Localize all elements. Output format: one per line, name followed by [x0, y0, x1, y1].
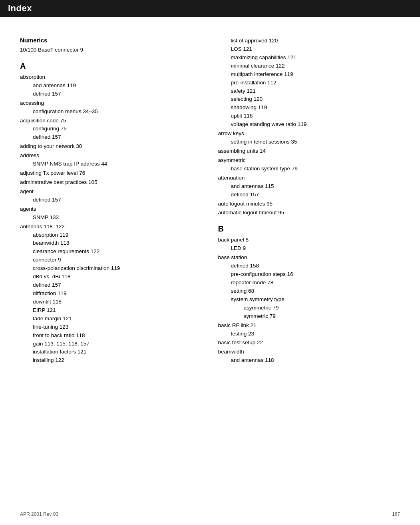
list-item: LED 9	[218, 244, 400, 253]
right-continued-entries: list of approved 120 LOS 121 maximizing …	[218, 37, 400, 217]
footer-right: 167	[392, 511, 400, 517]
list-item: minimal clearance 122	[218, 62, 400, 70]
list-item: safety 121	[218, 87, 400, 96]
list-item: base station system type 79	[218, 165, 400, 173]
list-item: symmetric 79	[218, 312, 400, 321]
list-item: arrow keys	[218, 130, 400, 138]
list-item: EIRP 121	[20, 306, 202, 315]
list-item: beamwidth	[218, 348, 400, 356]
footer-left: APR 2001 Rev 03	[20, 511, 58, 517]
numerics-entries: 10/100 BaseT connector 9	[20, 46, 202, 54]
list-item: connector 9	[20, 256, 202, 264]
list-item: SNMP 133	[20, 214, 202, 222]
section-a-label: A	[20, 62, 202, 71]
list-item: back panel 8	[218, 236, 400, 244]
list-item: agent	[20, 188, 202, 196]
list-item: front to back ratio 118	[20, 331, 202, 340]
list-item: diffraction 119	[20, 289, 202, 298]
list-item: agents	[20, 205, 202, 214]
list-item: cross-polarization discrimination 119	[20, 264, 202, 273]
list-item: defined 157	[20, 133, 202, 142]
list-item: shadowing 119	[218, 104, 400, 112]
page-content: Numerics 10/100 BaseT connector 9 A abso…	[0, 17, 420, 389]
list-item: repeater mode 78	[218, 279, 400, 287]
list-item: testing 23	[218, 330, 400, 338]
section-b-entries: back panel 8 LED 9 base station defined …	[218, 236, 400, 365]
list-item: automatic logout timeout 95	[218, 209, 400, 217]
list-item: pre-installation 112	[218, 79, 400, 87]
list-item: clearance requirements 122	[20, 248, 202, 256]
list-item: SNMP NMS trap IP address 44	[20, 160, 202, 168]
list-item: defined 157	[20, 90, 202, 98]
list-item: and antennas 115	[218, 182, 400, 191]
section-a-entries: absorption and antennas 119 defined 157 …	[20, 73, 202, 365]
list-item: asymmetric	[218, 156, 400, 165]
list-item: defined 157	[218, 191, 400, 199]
list-item: adjusting Tx power level 76	[20, 169, 202, 178]
list-item: multipath interference 119	[218, 70, 400, 79]
list-item: basic test setup 22	[218, 339, 400, 347]
list-item: base station	[218, 254, 400, 262]
list-item: auto logout minutes 95	[218, 200, 400, 208]
list-item: selecting 120	[218, 95, 400, 104]
index-columns: Numerics 10/100 BaseT connector 9 A abso…	[20, 37, 400, 365]
list-item: uptilt 118	[218, 112, 400, 120]
list-item: voltage standing wave ratio 119	[218, 120, 400, 129]
list-item: absorption 119	[20, 231, 202, 240]
list-item: and antennas 119	[20, 82, 202, 90]
section-numerics-label: Numerics	[20, 37, 202, 44]
list-item: adding to your network 30	[20, 142, 202, 151]
list-item: configuring 75	[20, 125, 202, 133]
list-item: acquisition code 75	[20, 117, 202, 125]
list-item: attenuation	[218, 174, 400, 182]
list-item: defined 157	[20, 196, 202, 204]
list-item: accessing	[20, 99, 202, 108]
list-item: defined 157	[20, 281, 202, 289]
list-item: fade margin 121	[20, 315, 202, 323]
list-item: 10/100 BaseT connector 9	[20, 46, 202, 54]
list-item: and antennas 118	[218, 356, 400, 365]
header-title: Index	[8, 3, 32, 13]
list-item: setting 68	[218, 287, 400, 295]
list-item: LOS 121	[218, 45, 400, 54]
list-item: antennas 118–122	[20, 223, 202, 231]
list-item: gain 113, 115, 118, 157	[20, 340, 202, 348]
list-item: setting in telnet sessions 35	[218, 138, 400, 146]
list-item: installation factors 121	[20, 348, 202, 356]
list-item: system symmetry type	[218, 295, 400, 304]
list-item: dBd vs. dBi 118	[20, 273, 202, 281]
list-item: downtilt 118	[20, 298, 202, 306]
list-item: pre-configuration steps 16	[218, 270, 400, 279]
list-item: absorption	[20, 73, 202, 82]
list-item: maximizing capabilities 121	[218, 54, 400, 62]
list-item: installing 122	[20, 356, 202, 365]
list-item: fine-tuning 123	[20, 323, 202, 331]
list-item: beamwidth 118	[20, 239, 202, 248]
list-item: address	[20, 152, 202, 160]
list-item: defined 158	[218, 262, 400, 270]
list-item: adminstrative best practices 105	[20, 178, 202, 187]
list-item: assembling units 14	[218, 147, 400, 156]
page-footer: APR 2001 Rev 03 167	[20, 511, 400, 517]
page-header: Index	[0, 0, 420, 17]
list-item: configuration menus 34–35	[20, 108, 202, 116]
right-column: list of approved 120 LOS 121 maximizing …	[218, 37, 400, 365]
list-item: list of approved 120	[218, 37, 400, 45]
section-b-label: B	[218, 224, 400, 234]
list-item: basic RF link 21	[218, 321, 400, 330]
list-item: asymmetric 79	[218, 304, 400, 312]
left-column: Numerics 10/100 BaseT connector 9 A abso…	[20, 37, 202, 365]
